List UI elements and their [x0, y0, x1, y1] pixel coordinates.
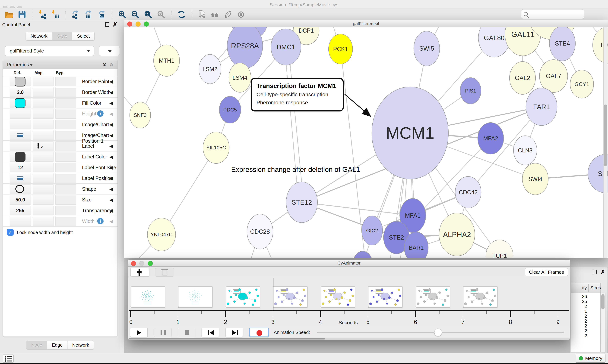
- expand-all-icon[interactable]: «: [100, 63, 108, 66]
- expand-arrow-icon[interactable]: ◀: [110, 176, 113, 181]
- property-row[interactable]: 12Label Font Size◀: [3, 162, 117, 173]
- expand-arrow-icon[interactable]: ◀: [110, 143, 113, 149]
- expand-arrow-icon[interactable]: ◀: [110, 219, 113, 224]
- node-ste12[interactable]: STE12: [286, 182, 318, 223]
- keyframe-thumbnail[interactable]: [463, 286, 497, 307]
- copy-document-icon[interactable]: [197, 10, 207, 19]
- default-value-cell[interactable]: [10, 109, 31, 118]
- open-folder-icon[interactable]: [4, 10, 14, 19]
- close-panel-icon[interactable]: ✗: [113, 22, 117, 27]
- zoom-selected-icon[interactable]: [156, 10, 166, 19]
- bypass-cell[interactable]: [55, 77, 76, 86]
- default-value-cell[interactable]: [10, 98, 31, 108]
- node-alpha2[interactable]: ALPHA2: [439, 213, 475, 256]
- expand-arrow-icon[interactable]: ◀: [110, 90, 113, 95]
- bypass-cell[interactable]: [55, 98, 76, 108]
- table-scrollbar[interactable]: [601, 293, 606, 352]
- animation-timeline[interactable]: 0123456789 Seconds: [128, 278, 570, 327]
- property-row[interactable]: 50.0Size◀: [3, 195, 117, 205]
- mapping-cell[interactable]: [33, 98, 54, 108]
- task-history-button[interactable]: [3, 354, 14, 363]
- export-image-icon[interactable]: [97, 10, 107, 19]
- node-dmc1[interactable]: DMC1: [271, 29, 301, 65]
- bypass-cell[interactable]: [55, 141, 76, 151]
- expand-arrow-icon[interactable]: ◀: [110, 79, 113, 84]
- float-panel-icon[interactable]: [593, 270, 597, 274]
- default-value-cell[interactable]: 12: [10, 163, 31, 172]
- network-canvas[interactable]: RPS28ADCP1DMC1PCK1MTH1LSM2LSM4SNF3PDC5YI…: [124, 27, 608, 258]
- property-row[interactable]: 255Transparency◀: [3, 205, 117, 216]
- mapping-cell[interactable]: [33, 109, 54, 118]
- import-table-icon[interactable]: [51, 10, 60, 19]
- node-cln3[interactable]: CLN3: [513, 136, 537, 165]
- bypass-cell[interactable]: [55, 120, 76, 129]
- column-header-stress[interactable]: Stres: [590, 285, 601, 290]
- skip-to-start-button[interactable]: [202, 328, 219, 337]
- node-mfa2[interactable]: MFA2: [478, 123, 504, 154]
- mapping-cell[interactable]: [33, 120, 54, 129]
- pause-button[interactable]: [154, 328, 172, 337]
- mapping-cell[interactable]: ›: [33, 141, 54, 151]
- tab-edge[interactable]: Edge: [47, 341, 68, 349]
- node-cdc28[interactable]: CDC28: [247, 214, 273, 249]
- bypass-cell[interactable]: [55, 88, 76, 97]
- mapping-cell[interactable]: [33, 174, 54, 183]
- column-divider[interactable]: [588, 284, 589, 292]
- zoom-fit-icon[interactable]: [143, 10, 153, 19]
- node-rps28a[interactable]: RPS28A: [227, 27, 263, 68]
- property-row[interactable]: Label Position◀: [3, 173, 117, 184]
- keyframe-thumbnail[interactable]: [226, 286, 260, 307]
- close-panel-icon[interactable]: ✗: [601, 270, 605, 274]
- mapping-cell[interactable]: [33, 152, 54, 162]
- style-options-button[interactable]: [99, 46, 120, 56]
- expand-arrow-icon[interactable]: ◀: [110, 165, 113, 170]
- annotation-link-2[interactable]: Pheromone response: [257, 99, 343, 106]
- expand-arrow-icon[interactable]: ◀: [110, 132, 113, 138]
- export-network-icon[interactable]: [71, 10, 81, 19]
- default-value-cell[interactable]: 255: [10, 206, 31, 215]
- leaf-icon[interactable]: [223, 10, 233, 19]
- zoom-in-icon[interactable]: [117, 10, 127, 19]
- annotation-link-1[interactable]: Cell-type-specific transcription: [257, 91, 343, 98]
- property-row[interactable]: Widthi◀: [3, 216, 117, 227]
- property-row[interactable]: ›Label◀: [3, 141, 117, 152]
- skip-to-end-button[interactable]: [225, 328, 243, 337]
- keyframe-thumbnail[interactable]: [131, 286, 165, 307]
- keyframe-thumbnail[interactable]: [178, 286, 212, 307]
- node-lsm4[interactable]: LSM4: [229, 63, 251, 92]
- node-swi5[interactable]: SWI5: [414, 31, 440, 66]
- collapse-all-icon[interactable]: «: [108, 63, 115, 66]
- default-value-cell[interactable]: [10, 152, 31, 162]
- cyanimator-titlebar[interactable]: CyAnimator: [128, 260, 570, 267]
- float-panel-icon[interactable]: [105, 22, 109, 27]
- property-row[interactable]: 2.0Border Width◀: [3, 87, 117, 98]
- save-session-icon[interactable]: [17, 10, 27, 19]
- node-partial[interactable]: [353, 251, 372, 258]
- default-value-cell[interactable]: [10, 217, 31, 226]
- info-icon[interactable]: i: [97, 218, 104, 224]
- node-ste4[interactable]: STE4: [549, 27, 575, 61]
- node-ynl047c[interactable]: YNL047C: [147, 218, 176, 251]
- property-row[interactable]: Label Color◀: [3, 152, 117, 162]
- clear-all-frames-button[interactable]: Clear All Frames: [525, 268, 568, 276]
- node-swi4[interactable]: SWI4: [522, 163, 548, 195]
- bypass-cell[interactable]: [55, 130, 76, 140]
- mapping-cell[interactable]: [33, 77, 54, 86]
- edge[interactable]: [285, 48, 298, 201]
- tab-style[interactable]: Style: [52, 32, 72, 40]
- node-cdc42[interactable]: CDC42: [455, 176, 481, 208]
- expand-arrow-icon[interactable]: ◀: [110, 186, 113, 192]
- mapping-cell[interactable]: [33, 88, 54, 97]
- bypass-cell[interactable]: [55, 109, 76, 118]
- scrollbar-thumb[interactable]: [601, 294, 605, 310]
- text-annotation[interactable]: Expression change after deletion of GAL1: [212, 166, 379, 173]
- bypass-cell[interactable]: [55, 174, 76, 183]
- scrollbar-thumb[interactable]: [604, 104, 607, 166]
- default-value-cell[interactable]: [10, 77, 31, 86]
- expand-arrow-icon[interactable]: ◀: [110, 111, 113, 117]
- lock-size-checkbox[interactable]: ✓: [7, 229, 14, 236]
- column-header-connectivity[interactable]: ity: [571, 285, 587, 290]
- network-vertical-scrollbar[interactable]: [603, 27, 608, 258]
- property-row[interactable]: Fill Color◀: [3, 98, 117, 108]
- stop-button[interactable]: [178, 328, 195, 337]
